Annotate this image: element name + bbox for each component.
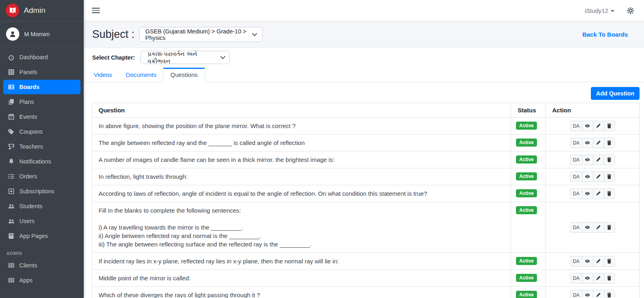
sidebar-item-notifications[interactable]: Notifications (3, 154, 80, 169)
sidebar-item-events[interactable]: Events (3, 110, 80, 124)
da-button[interactable]: DA (570, 138, 582, 148)
action-button-group: DA (570, 188, 615, 199)
hamburger-menu-icon[interactable] (92, 8, 100, 13)
grid-icon (8, 69, 14, 75)
calendar-icon (8, 114, 14, 120)
subject-select[interactable]: GSEB (Gujarati Medium) > Grade-10 > Phys… (139, 27, 262, 42)
view-button[interactable] (582, 188, 593, 199)
brand[interactable]: Admin (0, 0, 84, 21)
question-text: If incident ray lies in x-y plane, refle… (92, 253, 511, 270)
delete-button[interactable] (604, 121, 615, 131)
edit-button[interactable] (593, 256, 604, 267)
view-button[interactable] (582, 172, 593, 182)
da-button[interactable]: DA (570, 256, 582, 267)
da-button[interactable]: DA (570, 121, 582, 131)
sidebar-item-panels[interactable]: Panels (3, 65, 80, 79)
questions-table: Question Status Action In above figure, … (92, 103, 640, 298)
question-text: In reflection, light travels through: (92, 168, 511, 185)
eye-icon (585, 140, 590, 145)
edit-button[interactable] (593, 290, 604, 298)
back-to-boards-link[interactable]: Back To Boards (582, 31, 628, 38)
sidebar-item-label: Teachers (19, 143, 43, 150)
pencil-icon (596, 123, 601, 128)
delete-button[interactable] (604, 222, 615, 233)
sidebar-item-label: Plans (19, 99, 34, 105)
action-cell: DA (546, 287, 640, 298)
status-badge: Active (516, 155, 537, 163)
sidebar-item-dashboard[interactable]: Dashboard (3, 50, 80, 64)
action-button-group: DA (570, 273, 615, 284)
sidebar-item-label: Panels (19, 69, 37, 75)
view-button[interactable] (582, 290, 593, 298)
sidebar-item-plans[interactable]: Plans (3, 95, 80, 109)
delete-button[interactable] (604, 155, 615, 165)
tab-videos[interactable]: Videos (87, 68, 119, 82)
edit-button[interactable] (593, 222, 604, 233)
edit-button[interactable] (593, 138, 604, 148)
action-cell: DA (546, 253, 640, 270)
action-cell: DA (546, 270, 640, 287)
users-icon (8, 218, 14, 224)
view-button[interactable] (582, 222, 593, 233)
user-panel[interactable]: M Momim (0, 21, 84, 47)
trash-icon (607, 275, 612, 281)
table-icon (8, 277, 14, 284)
pencil-icon (596, 292, 601, 298)
eye-icon (585, 191, 590, 196)
delete-button[interactable] (604, 172, 615, 182)
sidebar-item-teachers[interactable]: Teachers (3, 139, 80, 154)
subject-label: Subject : (92, 28, 134, 41)
edit-button[interactable] (593, 155, 604, 165)
add-question-button[interactable]: Add Question (591, 87, 640, 100)
sidebar-item-apps[interactable]: Apps (3, 273, 80, 288)
edit-button[interactable] (593, 121, 604, 131)
tab-questions[interactable]: Questions (163, 68, 205, 82)
edit-button[interactable] (593, 172, 604, 182)
view-button[interactable] (582, 256, 593, 267)
da-button[interactable]: DA (570, 290, 582, 298)
delete-button[interactable] (604, 273, 615, 284)
action-cell: DA (546, 202, 640, 253)
sidebar-item-coupons[interactable]: Coupons (3, 124, 80, 139)
trash-icon (607, 191, 612, 196)
sidebar-item-orders[interactable]: Orders (3, 169, 80, 184)
sidebar-item-label: Users (19, 218, 35, 224)
sidebar-item-clients[interactable]: Clients (3, 258, 80, 273)
eye-icon (585, 225, 590, 230)
sidebar-item-subscriptions[interactable]: Subscriptions (3, 184, 80, 199)
view-button[interactable] (582, 121, 593, 131)
delete-button[interactable] (604, 138, 615, 148)
da-button[interactable]: DA (570, 155, 582, 165)
gear-icon[interactable] (627, 7, 634, 14)
view-button[interactable] (582, 155, 593, 165)
chapter-select[interactable]: પ્રકાશ-પરાવર્તન અને વક્રીભવન (140, 51, 230, 64)
table-icon (8, 262, 14, 269)
da-button[interactable]: DA (570, 273, 582, 284)
view-button[interactable] (582, 138, 593, 148)
da-button[interactable]: DA (570, 172, 582, 182)
subject-bar: Subject : GSEB (Gujarati Medium) > Grade… (84, 21, 644, 48)
edit-button[interactable] (593, 273, 604, 284)
plus-square-icon (8, 188, 14, 195)
delete-button[interactable] (604, 188, 615, 199)
trash-icon (607, 174, 612, 179)
tab-bar: VideosDocumentsQuestions (84, 68, 644, 82)
sidebar-item-boards[interactable]: Boards (3, 80, 80, 94)
sidebar-item-app-pages[interactable]: App Pages (3, 229, 80, 243)
table-row: Fill in the blanks to complete the follo… (92, 202, 640, 253)
edit-button[interactable] (593, 188, 604, 199)
sidebar-item-students[interactable]: Students (3, 199, 80, 213)
sidebar-item-label: Coupons (19, 128, 43, 135)
trash-icon (607, 123, 612, 128)
chapter-label: Select Chapter: (92, 54, 135, 61)
da-button[interactable]: DA (570, 188, 582, 199)
tab-documents[interactable]: Documents (119, 68, 163, 82)
delete-button[interactable] (604, 256, 615, 267)
delete-button[interactable] (604, 290, 615, 298)
table-row: If incident ray lies in x-y plane, refle… (92, 253, 640, 270)
view-button[interactable] (582, 273, 593, 284)
da-button[interactable]: DA (570, 222, 582, 233)
account-dropdown[interactable]: iStudy12 (585, 7, 615, 14)
sidebar-item-users[interactable]: Users (3, 214, 80, 228)
action-button-group: DA (570, 172, 615, 182)
